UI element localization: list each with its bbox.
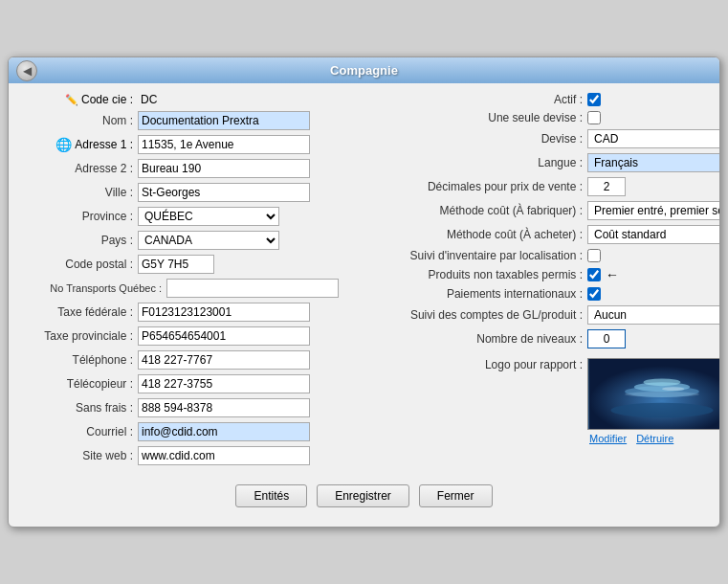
logo-modifier-link[interactable]: Modifier	[589, 433, 627, 444]
adresse1-row: 🌐 Adresse 1 :	[23, 135, 386, 154]
produits-non-taxables-checkbox[interactable]	[587, 268, 601, 281]
content-area: ✏️ Code cie : DC Nom : 🌐 Adresse 1 :	[9, 83, 719, 527]
sans-frais-label: Sans frais :	[23, 401, 138, 415]
pays-select[interactable]: CANADA ÉTATS-UNIS	[138, 231, 279, 250]
pays-row: Pays : CANADA ÉTATS-UNIS	[23, 231, 386, 250]
code-cie-row: ✏️ Code cie : DC	[23, 93, 386, 106]
bottom-buttons: Entités Enregistrer Fermer	[23, 484, 705, 512]
province-row: Province : QUÉBEC ONTARIO ALBERTA	[23, 207, 386, 226]
telecopieur-label: Télécopieur :	[23, 377, 138, 391]
ville-input[interactable]	[138, 183, 310, 202]
no-transports-label: No Transports Québec :	[23, 282, 166, 294]
telecopieur-input[interactable]	[138, 374, 310, 393]
adresse1-label-wrapper: 🌐 Adresse 1 :	[23, 137, 138, 152]
taxe-provinciale-input[interactable]	[138, 326, 310, 346]
telephone-input[interactable]	[138, 350, 310, 370]
langue-label: Langue :	[396, 156, 587, 169]
province-label: Province :	[23, 210, 138, 223]
code-postal-input[interactable]	[138, 255, 214, 274]
nom-label: Nom :	[23, 114, 138, 127]
methode-fabriquer-label: Méthode coût (À fabriquer) :	[396, 204, 587, 217]
methode-acheter-row: Méthode coût (À acheter) : Coût standard…	[396, 225, 720, 244]
une-seule-devise-checkbox[interactable]	[587, 111, 601, 124]
courriel-input[interactable]	[138, 422, 310, 441]
titlebar: ◀ Compagnie	[9, 57, 719, 83]
taxe-provinciale-row: Taxe provinciale :	[23, 326, 386, 346]
adresse1-input[interactable]	[138, 135, 310, 154]
arrow-indicator: ←	[606, 267, 619, 282]
actif-checkbox[interactable]	[587, 93, 601, 106]
main-window: ◀ Compagnie ✏️ Code cie : DC Nom :	[8, 56, 720, 528]
svg-point-5	[625, 392, 699, 397]
methode-acheter-select[interactable]: Coût standard Autre	[587, 225, 720, 244]
svg-point-1	[610, 403, 713, 418]
nombre-niveaux-label: Nombre de niveaux :	[396, 332, 587, 346]
suivi-comptes-select[interactable]: Aucun Autre	[587, 305, 720, 325]
sans-frais-row: Sans frais :	[23, 398, 386, 417]
back-button[interactable]: ◀	[16, 60, 37, 81]
enregistrer-button[interactable]: Enregistrer	[317, 484, 409, 507]
taxe-federale-row: Taxe fédérale :	[23, 303, 386, 322]
une-seule-devise-row: Une seule devise :	[396, 111, 720, 124]
site-web-input[interactable]	[138, 446, 310, 465]
code-postal-row: Code postal :	[23, 255, 386, 274]
svg-point-6	[662, 387, 684, 391]
adresse1-label: Adresse 1 :	[75, 138, 133, 151]
actif-label: Actif :	[396, 93, 587, 106]
province-select[interactable]: QUÉBEC ONTARIO ALBERTA	[138, 207, 279, 226]
fermer-button[interactable]: Fermer	[419, 484, 493, 507]
courriel-row: Courriel :	[23, 422, 386, 441]
taxe-federale-input[interactable]	[138, 303, 310, 322]
window-title: Compagnie	[330, 63, 398, 78]
methode-fabriquer-select[interactable]: Premier entré, premier sor Autre	[587, 201, 720, 220]
taxe-provinciale-label: Taxe provinciale :	[23, 329, 138, 343]
adresse2-label: Adresse 2 :	[23, 162, 138, 175]
form-area: ✏️ Code cie : DC Nom : 🌐 Adresse 1 :	[23, 93, 705, 470]
telephone-row: Téléphone :	[23, 350, 386, 370]
pays-label: Pays :	[23, 234, 138, 247]
adresse2-row: Adresse 2 :	[23, 159, 386, 178]
suivi-inventaire-checkbox[interactable]	[587, 249, 601, 262]
suivi-comptes-row: Suivi des comptes de GL/produit : Aucun …	[396, 305, 720, 325]
code-cie-label: Code cie :	[81, 93, 133, 106]
address-icon: 🌐	[55, 137, 72, 152]
svg-point-4	[644, 378, 681, 386]
adresse2-input[interactable]	[138, 159, 310, 178]
devise-label: Devise :	[396, 132, 587, 146]
nom-row: Nom :	[23, 111, 386, 130]
code-postal-label: Code postal :	[23, 258, 138, 271]
methode-fabriquer-row: Méthode coût (À fabriquer) : Premier ent…	[396, 201, 720, 220]
logo-actions: Modifier Détruire	[587, 433, 720, 444]
suivi-inventaire-label: Suivi d'inventaire par localisation :	[396, 249, 587, 262]
paiements-internationaux-row: Paiements internationaux :	[396, 287, 720, 301]
methode-acheter-label: Méthode coût (À acheter) :	[396, 228, 587, 241]
actif-row: Actif :	[396, 93, 720, 106]
logo-image	[587, 358, 720, 430]
langue-select[interactable]: Français English	[587, 153, 720, 172]
devise-row: Devise : CAD USD EUR	[396, 129, 720, 148]
code-cie-label-wrapper: ✏️ Code cie :	[23, 93, 138, 106]
nombre-niveaux-input[interactable]	[587, 329, 626, 348]
taxe-federale-label: Taxe fédérale :	[23, 305, 138, 319]
site-web-label: Site web :	[23, 449, 138, 462]
telecopieur-row: Télécopieur :	[23, 374, 386, 393]
no-transports-input[interactable]	[166, 279, 339, 298]
produits-non-taxables-label: Produits non taxables permis :	[396, 268, 587, 281]
entites-button[interactable]: Entités	[235, 484, 307, 507]
produits-non-taxables-row: Produits non taxables permis : ←	[396, 267, 720, 282]
decimales-label: Décimales pour prix de vente :	[396, 180, 587, 193]
devise-select[interactable]: CAD USD EUR	[587, 129, 720, 148]
left-column: ✏️ Code cie : DC Nom : 🌐 Adresse 1 :	[23, 93, 386, 470]
nom-input[interactable]	[138, 111, 310, 130]
suivi-inventaire-row: Suivi d'inventaire par localisation :	[396, 249, 720, 262]
logo-detruire-link[interactable]: Détruire	[636, 433, 673, 444]
langue-row: Langue : Français English	[396, 153, 720, 172]
paiements-internationaux-label: Paiements internationaux :	[396, 287, 587, 301]
suivi-comptes-label: Suivi des comptes de GL/produit :	[396, 308, 587, 322]
sans-frais-input[interactable]	[138, 398, 310, 417]
pencil-icon: ✏️	[65, 94, 78, 106]
paiements-internationaux-checkbox[interactable]	[587, 287, 601, 301]
nombre-niveaux-row: Nombre de niveaux :	[396, 329, 720, 348]
code-cie-value: DC	[138, 93, 157, 106]
decimales-input[interactable]	[587, 177, 626, 196]
